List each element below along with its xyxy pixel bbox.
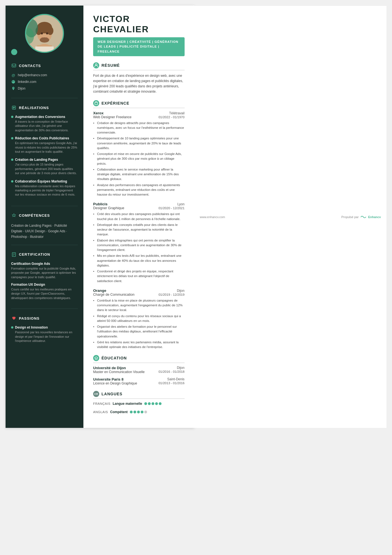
langue-dots-1 [130,411,147,413]
edu-school-1: Universite Paris 8 [93,377,123,381]
svg-point-8 [41,32,43,34]
exp-role-line-2: Chargé de Communication 01/2019 - 12/201… [93,293,185,297]
exp-item-1: Publicis Lyon Designer Graphique 01/2020… [93,202,185,283]
cert-title-0: Certification Google Ads [11,262,78,266]
bullet-2 [11,159,13,161]
education-section-title: ÉDUCATION [93,355,185,363]
enhancv-brand-name: Enhancv [368,215,381,219]
exp-header-0: Xerox Télétravail [93,111,185,115]
realisation-title-3: Collaboration Équipes Marketing [11,179,78,183]
exp-role-line-1: Designer Graphique 01/2020 - 12/2021 [93,206,185,210]
competences-icon [11,213,17,218]
exp-company-0: Xerox [93,111,104,115]
profile-photo [25,14,64,53]
exp-header-2: Orange Dijon [93,288,185,293]
email-icon: @ [11,73,16,77]
sidebar: CONTACTS @ help@enhancv.com linkedin.com [6,6,83,428]
status-dot [11,49,17,55]
exp-bullet-2-1: Rédigé et conçu du contenu pour les rése… [93,314,185,324]
edu-degree-1: Licence en Design Graphique [93,381,137,385]
exp-location-1: Lyon [177,202,185,206]
contacts-icon [11,63,17,68]
passion-item-0: Design et Innovation Passionné par les n… [11,325,78,343]
langue-dots-0 [144,402,162,405]
langue-dot-1-1 [133,411,136,413]
langue-dot-1-0 [130,411,133,413]
edu-degree-line-0: Master en Communication Visuelle 01/2016… [93,370,185,374]
edu-item-0: Université de Dijon Dijon Master en Comm… [93,366,185,374]
langues-section-title: AB LANGUES [93,391,185,399]
svg-rect-19 [95,102,98,105]
enhancv-logo-icon [360,215,366,219]
exp-bullet-1-1: Développé des concepts créatifs pour des… [93,223,185,237]
cert-item-0: Certification Google Ads Formation compl… [11,262,78,279]
contacts-title: CONTACTS [11,63,78,70]
svg-point-9 [46,32,48,34]
realisation-text-2: J'ai conçu plus de 15 landing pages perf… [11,162,78,175]
langue-dot-1-2 [137,411,140,413]
exp-location-2: Dijon [177,289,184,293]
resume-section: RÉSUMÉ Fort de plus de 4 ans d'expérienc… [93,62,185,95]
realisation-title-1: Réduction des Coûts Publicitaires [11,136,78,140]
profile-photo-section [6,6,83,58]
divider-1 [11,98,78,98]
exp-header-1: Publicis Lyon [93,202,185,206]
edu-school-0: Université de Dijon [93,366,126,370]
competences-text: Création de Landing Pages · Publicité Di… [11,223,78,240]
exp-bullet-2-3: Géré les relations avec les partenaires … [93,340,185,350]
exp-bullets-2: Contribué à la mise en place de plusieur… [93,298,185,350]
passions-section: PASSIONS Design et Innovation Passionné … [6,311,83,349]
linkedin-icon [11,80,16,84]
bullet-3 [11,180,13,182]
exp-role-2: Chargé de Communication [93,293,135,297]
cert-text-1: Cours certifié sur les meilleures pratiq… [11,287,78,300]
exp-role-0: Web Designer Freelance [93,115,132,119]
cert-text-0: Formation complète sur la publicité Goog… [11,267,78,279]
candidate-name: VICTOR CHEVALIER [93,14,185,34]
exp-bullet-0-1: Développement de 10 landing pages optimi… [93,136,185,151]
bullet-1 [11,137,13,139]
exp-location-0: Télétravail [169,111,184,115]
competences-section: COMPÉTENCES Création de Landing Pages · … [6,208,83,243]
langues-section: AB LANGUES FRANÇAIS Langue maternelle [93,391,185,414]
langue-dot-1-3 [141,411,143,413]
realisation-item-3: Collaboration Équipes Marketing Ma colla… [11,179,78,197]
email-contact: @ help@enhancv.com [11,73,78,77]
svg-point-10 [40,37,49,43]
resume-section-title: RÉSUMÉ [93,62,185,70]
experience-section-title: EXPÉRIENCE [93,100,185,108]
divider-2 [11,206,78,206]
exp-bullet-1-3: Mis en place des tests A/B sur les publi… [93,253,185,268]
exp-bullet-0-4: Analyse des performances des campagnes e… [93,183,185,197]
langue-block-1: ANGLAIS Compétent [93,410,147,414]
linkedin-contact: linkedin.com [11,80,78,84]
exp-bullet-2-2: Organisé des ateliers de formation pour … [93,324,185,339]
education-icon [93,355,99,361]
langue-name-1: ANGLAIS [93,410,108,414]
exp-bullet-1-4: Coordonné et dirigé des projets en équip… [93,269,185,283]
passion-text-0: Passionné par les nouvelles tendances en… [11,330,78,343]
edu-degree-line-1: Licence en Design Graphique 01/2013 - 01… [93,381,185,385]
langues-icon: AB [93,391,99,397]
resume-icon [93,62,99,68]
footer: www.enhancv.com Propulsé par Enhancv [194,6,386,428]
tagline: WEB DESIGNER | CRÉATIVITÉ | GÉNÉRATION D… [93,37,185,56]
resume-page: CONTACTS @ help@enhancv.com linkedin.com [6,6,194,428]
langue-name-0: FRANÇAIS [93,402,110,405]
divider-4 [11,309,78,309]
cert-title-1: Formation UX Design [11,283,78,287]
langue-dot-0-4 [159,402,162,405]
langues-row: FRANÇAIS Langue maternelle ANGLAIS Compé… [93,402,185,414]
certification-icon [11,252,17,257]
certification-section: CERTIFICATION Certification Google Ads F… [6,247,83,306]
location-icon [11,86,16,91]
realisation-text-1: En optimisant les campagnes Google Ads, … [11,141,78,154]
edu-item-1: Universite Paris 8 Saint-Denis Licence e… [93,377,185,385]
certification-title: CERTIFICATION [11,252,78,258]
location-contact: Dijon [11,86,78,91]
exp-dates-2: 01/2019 - 12/2019 [158,293,184,296]
langue-dot-0-0 [144,402,147,405]
experience-icon [93,100,99,106]
exp-bullet-1-0: Créé des visuels pour des campagnes publ… [93,212,185,221]
exp-dates-1: 01/2020 - 12/2021 [158,206,184,210]
